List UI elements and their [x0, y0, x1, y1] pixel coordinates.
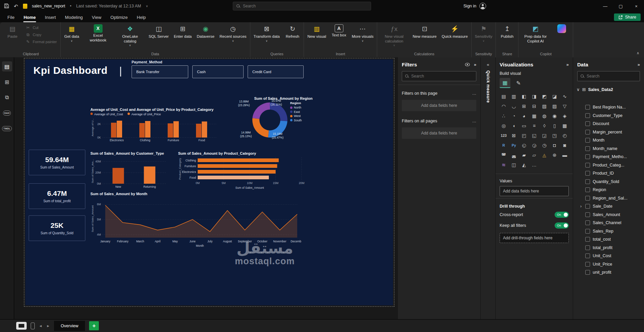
field-payment-metho-[interactable]: Payment_Metho...: [573, 153, 644, 161]
new-page-button[interactable]: +: [89, 321, 99, 330]
field-month[interactable]: Month: [573, 136, 644, 145]
collapse-ribbon-icon[interactable]: ∧: [637, 51, 639, 55]
visual-map-icon[interactable]: ◍: [540, 112, 549, 120]
ribbon-enter-data-button[interactable]: ⊞Enter data: [174, 24, 192, 39]
visual-r-script-visual-icon[interactable]: R: [499, 141, 508, 149]
save-icon[interactable]: [4, 3, 9, 9]
ribbon-get-data-button[interactable]: ▦Get data∨: [64, 24, 80, 42]
field-unit-cost[interactable]: Unit_Cost: [573, 252, 644, 260]
slicer-option-credit-card[interactable]: Credit Card: [248, 65, 304, 78]
visual-kpi-icon[interactable]: ◊: [540, 121, 549, 130]
visual-get-more-visuals-icon[interactable]: …: [529, 160, 539, 169]
visual-treemap-icon[interactable]: ▦: [529, 112, 539, 120]
field-checkbox[interactable]: [585, 163, 590, 168]
field-unit-price[interactable]: Unit_Price: [573, 260, 644, 269]
table-view-button[interactable]: ⊞: [2, 77, 12, 87]
ribbon-new-measure-button[interactable]: ⊡New measure: [413, 24, 437, 39]
filters-search-box[interactable]: [402, 71, 476, 81]
share-button[interactable]: Share: [614, 13, 641, 21]
visual-sankey-chart-icon[interactable]: ≋: [499, 160, 508, 169]
slicer-option-bank-transfer[interactable]: Bank Transfer: [132, 65, 188, 78]
field-checkbox[interactable]: [585, 253, 590, 258]
visual-clustered-bar-chart-icon[interactable]: ◧: [519, 92, 529, 100]
field-month-name[interactable]: Month_name: [573, 145, 644, 153]
visual-radar-chart-icon[interactable]: ⊛: [550, 151, 559, 159]
visual-azure-map-icon[interactable]: ◎: [499, 121, 508, 130]
field-checkbox[interactable]: [585, 245, 590, 250]
visual-table-icon[interactable]: ▩: [560, 121, 569, 130]
visual-arcgis-map-icon[interactable]: ◘: [550, 141, 559, 149]
kpi-card-total-profit[interactable]: 6.47M Sum of total_profit: [29, 183, 85, 209]
field-checkbox[interactable]: [585, 146, 590, 151]
field-checkbox[interactable]: [585, 121, 590, 126]
field-checkbox[interactable]: [585, 154, 590, 159]
visual-line-and-stacked-column-chart-icon[interactable]: ⊞: [519, 102, 529, 110]
ribbon-recent-sources-button[interactable]: ◷Recent sources∨: [220, 24, 247, 42]
visual-funnel-chart-icon[interactable]: ▽: [560, 102, 569, 110]
visual-100-stacked-column-chart-icon[interactable]: ◪: [550, 92, 559, 100]
global-search-box[interactable]: [233, 2, 371, 10]
visual-button-slicer-icon[interactable]: ▰: [519, 151, 529, 159]
unit-cost-price-chart[interactable]: Average of Unit_Cost and Average of Unit…: [90, 108, 225, 144]
visual-shape-map-icon[interactable]: ◈: [560, 112, 569, 120]
visual-slicer-icon[interactable]: ▯: [550, 121, 559, 130]
undo-icon[interactable]: ↶: [14, 4, 18, 9]
model-view-button[interactable]: ⧉: [2, 92, 12, 102]
field-product-id[interactable]: Product_ID: [573, 169, 644, 178]
field-sales-channel[interactable]: Sales_Channel: [573, 219, 644, 227]
visual-gauge-icon[interactable]: ◖: [509, 121, 519, 130]
close-button[interactable]: ×: [628, 0, 644, 12]
visual-multi-row-card-icon[interactable]: ≡: [529, 121, 539, 130]
field-quantity-sold[interactable]: Quantity_Sold: [573, 178, 644, 186]
quick-measure-pane-label[interactable]: Quick measure: [486, 70, 491, 103]
values-field-well[interactable]: Add data fields here: [500, 186, 569, 196]
menu-modeling[interactable]: Modeling: [65, 15, 83, 20]
visual-bookmark-navigator-icon[interactable]: ◚: [499, 151, 508, 159]
ribbon-transform-data-button[interactable]: ⊠Transform data∨: [254, 24, 280, 42]
ribbon-quick-measure-button[interactable]: ⚡Quick measure: [442, 24, 468, 39]
visual-paginated-report-icon[interactable]: ◰: [519, 131, 529, 140]
visual-line-and-clustered-column-chart-icon[interactable]: ⊟: [529, 102, 539, 110]
product-category-chart[interactable]: Sum of Sales_Amount by Product_Category …: [178, 151, 310, 191]
field-checkbox[interactable]: [585, 212, 590, 217]
menu-help[interactable]: Help: [137, 15, 146, 20]
visual-power-automate-icon[interactable]: ◲: [540, 131, 549, 140]
field-unit-profit[interactable]: unit_profit: [573, 268, 644, 277]
visual-donut-chart-icon[interactable]: ◕: [519, 112, 529, 120]
visual-area-chart-icon[interactable]: ◠: [499, 102, 508, 110]
dax-query-view-button[interactable]: DAX: [2, 108, 12, 118]
field-checkbox[interactable]: [585, 237, 590, 242]
field-margin-percent[interactable]: Margin_percent: [573, 128, 644, 137]
filters-field-well-0[interactable]: Add data fields here: [402, 100, 476, 111]
section-more-icon[interactable]: …: [472, 91, 477, 96]
field-checkbox[interactable]: [585, 171, 590, 176]
field-customer-type[interactable]: Customer_Type: [573, 112, 644, 120]
report-page[interactable]: Kpi Dashboard Payment_Method Bank Transf…: [25, 59, 393, 305]
cross-report-toggle[interactable]: On: [555, 212, 569, 218]
field-checkbox[interactable]: [585, 130, 590, 134]
ribbon-text-box-button[interactable]: AText box: [331, 24, 347, 38]
keep-all-filters-toggle[interactable]: On: [555, 222, 569, 229]
field-checkbox[interactable]: [585, 113, 590, 118]
field-product-categ-[interactable]: Product_Categ...: [573, 161, 644, 170]
field-checkbox[interactable]: [585, 179, 590, 184]
visual-numeric-card-icon[interactable]: 123: [499, 131, 508, 140]
region-donut-chart[interactable]: Sum of Sales_Amount by Region 15.57M(26.…: [233, 96, 344, 147]
field-checkbox[interactable]: [585, 229, 590, 234]
chevron-down-icon[interactable]: ∨: [577, 87, 580, 92]
visual-card-icon[interactable]: ▭: [519, 121, 529, 130]
collapse-visualizations-pane-icon[interactable]: »: [566, 62, 569, 67]
field-checkbox[interactable]: [585, 204, 590, 209]
kpi-card-quantity-sold[interactable]: 25K Sum of Quantity_Sold: [29, 215, 85, 241]
visual-waterfall-chart-icon[interactable]: ▨: [550, 102, 559, 110]
visual-power-apps-icon[interactable]: ◱: [529, 131, 539, 140]
visual-gantt-chart-icon[interactable]: ▬: [560, 151, 569, 159]
report-canvas[interactable]: Kpi Dashboard Payment_Method Bank Transf…: [14, 57, 397, 319]
ribbon-new-visual-button[interactable]: ▥New visual: [307, 24, 326, 39]
field-region-and-sal-[interactable]: Region_and_Sal...: [573, 194, 644, 203]
field-best-region-na-[interactable]: Best Region Na...: [573, 103, 644, 112]
field-checkbox[interactable]: [585, 262, 590, 267]
data-search-box[interactable]: [577, 71, 640, 81]
field-checkbox[interactable]: [585, 105, 590, 110]
table-sales-data2[interactable]: ∨ ⊞ Sales_Data2: [573, 85, 644, 94]
